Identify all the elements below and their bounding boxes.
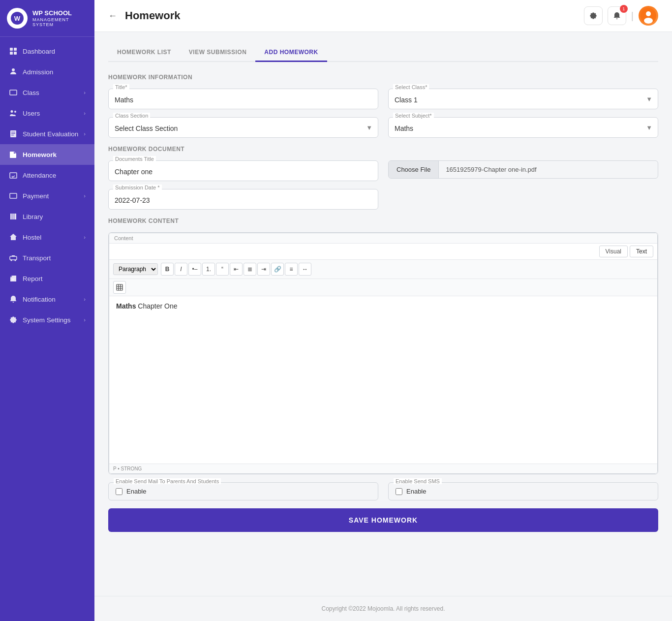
save-homework-button[interactable]: SAVE HOMEWORK: [108, 508, 658, 532]
submission-date-input[interactable]: [108, 189, 378, 210]
sidebar-item-admission-label: Admission: [23, 68, 53, 76]
page-title: Homework: [125, 9, 578, 22]
title-input[interactable]: [108, 89, 378, 109]
sidebar-item-system-settings[interactable]: System Settings ›: [0, 310, 94, 330]
ordered-list-button[interactable]: 1.: [202, 263, 215, 276]
sidebar-item-users-label: Users: [23, 110, 40, 117]
sidebar-item-hostel[interactable]: Hostel ›: [0, 227, 94, 248]
doc-form-row: Documents Title Choose File 1651925979-C…: [108, 160, 658, 181]
hostel-icon: [9, 233, 18, 242]
sidebar: W WP SCHOOL MANAGEMENT SYSTEM Dashboard …: [0, 0, 94, 621]
enable-sms-group: Enable Send SMS Enable: [388, 482, 658, 500]
content-label: Content: [109, 233, 657, 244]
evaluation-icon: [9, 129, 18, 138]
svg-rect-5: [14, 52, 17, 55]
sidebar-item-users[interactable]: Users ›: [0, 103, 94, 124]
sidebar-nav: Dashboard Admission Class › Users ›: [0, 37, 94, 621]
tab-view-submission[interactable]: VIEW SUBMISSION: [180, 44, 256, 62]
title-group: Title*: [108, 89, 378, 109]
enable-mail-checkbox[interactable]: [116, 488, 122, 495]
enable-sms-label: Enable Send SMS: [394, 478, 442, 484]
fullscreen-button[interactable]: ↔: [299, 263, 311, 276]
page-footer: Copyright ©2022 Mojoomla. All rights res…: [94, 596, 672, 621]
content-editor: Content Visual Text Paragraph B I •– 1. …: [108, 232, 658, 474]
form-row-2: Class Section Select Class Section ▼ Sel…: [108, 117, 658, 138]
enable-mail-label: Enable Send Mail To Parents And Students: [114, 478, 221, 484]
editor-text-tab[interactable]: Text: [630, 246, 653, 257]
sidebar-item-report[interactable]: Report: [0, 268, 94, 289]
svg-text:W: W: [14, 15, 21, 22]
sidebar-item-payment[interactable]: Payment ›: [0, 186, 94, 206]
content-editor-body[interactable]: Maths Chapter One: [109, 296, 657, 464]
choose-file-button[interactable]: Choose File: [389, 161, 439, 178]
sidebar-item-dashboard-label: Dashboard: [23, 48, 55, 55]
sidebar-item-evaluation-label: Student Evaluation: [23, 130, 78, 138]
dashboard-icon: [9, 47, 18, 56]
svg-rect-15: [117, 284, 122, 290]
system-settings-arrow-icon: ›: [84, 317, 86, 323]
indent-button[interactable]: ≡: [285, 263, 298, 276]
table-button[interactable]: [113, 281, 126, 294]
sidebar-item-homework-label: Homework: [23, 151, 57, 158]
homework-info-title: HOMEWORK INFORMATION: [108, 74, 658, 81]
class-icon: [9, 88, 18, 97]
svg-rect-2: [10, 48, 13, 51]
main-content: ← Homework 1 |: [94, 0, 672, 621]
user-avatar[interactable]: [639, 6, 658, 26]
admission-icon: [9, 67, 18, 76]
link-button[interactable]: 🔗: [271, 263, 284, 276]
align-center-button[interactable]: ≣: [244, 263, 256, 276]
class-arrow-icon: ›: [84, 90, 86, 95]
select-class-dropdown[interactable]: Class 1: [388, 89, 658, 109]
sidebar-item-notification-label: Notification: [23, 296, 56, 303]
homework-icon: [9, 150, 18, 159]
editor-toolbar: Paragraph B I •– 1. “ ⇤ ≣ ⇥ 🔗 ≡ ↔: [109, 260, 657, 279]
system-settings-icon: [9, 315, 18, 324]
sidebar-item-admission[interactable]: Admission: [0, 62, 94, 82]
sidebar-item-dashboard[interactable]: Dashboard: [0, 41, 94, 62]
report-icon: [9, 274, 18, 283]
doc-title-input[interactable]: [108, 160, 378, 181]
payment-icon: [9, 191, 18, 200]
svg-rect-9: [10, 256, 17, 260]
brand-name: WP SCHOOL: [32, 9, 88, 17]
class-section-label: Class Section: [113, 113, 150, 119]
users-icon: [9, 109, 18, 118]
sidebar-item-class[interactable]: Class ›: [0, 82, 94, 103]
editor-status-bar: P • STRONG: [109, 464, 657, 473]
align-left-button[interactable]: ⇤: [230, 263, 243, 276]
submission-date-label: Submission Date *: [113, 185, 162, 190]
enable-sms-checkbox[interactable]: [396, 488, 402, 495]
svg-rect-6: [10, 90, 17, 95]
settings-button[interactable]: [584, 6, 603, 25]
enable-mail-checkbox-label[interactable]: Enable: [116, 488, 371, 495]
class-section-dropdown[interactable]: Select Class Section: [108, 117, 378, 138]
back-button[interactable]: ←: [108, 11, 117, 21]
blockquote-button[interactable]: “: [216, 263, 229, 276]
payment-arrow-icon: ›: [84, 193, 86, 199]
notifications-button[interactable]: 1: [608, 6, 626, 25]
italic-button[interactable]: I: [175, 263, 187, 276]
doc-title-group: Documents Title: [108, 160, 378, 181]
align-right-button[interactable]: ⇥: [257, 263, 270, 276]
sidebar-item-transport-label: Transport: [23, 254, 51, 262]
editor-visual-tab[interactable]: Visual: [599, 246, 628, 257]
enable-sms-checkbox-label[interactable]: Enable: [396, 488, 651, 495]
sidebar-item-transport[interactable]: Transport: [0, 248, 94, 268]
sidebar-item-notification[interactable]: Notification ›: [0, 289, 94, 310]
submission-date-row: Submission Date *: [108, 189, 658, 210]
unordered-list-button[interactable]: •–: [188, 263, 201, 276]
paragraph-select[interactable]: Paragraph: [113, 263, 158, 275]
users-arrow-icon: ›: [84, 110, 86, 116]
sidebar-item-attendance[interactable]: Attendance: [0, 165, 94, 186]
notification-arrow-icon: ›: [84, 296, 86, 302]
select-subject-dropdown[interactable]: Maths: [388, 117, 658, 138]
sidebar-item-library[interactable]: Library: [0, 206, 94, 227]
bold-button[interactable]: B: [161, 263, 174, 276]
svg-point-14: [644, 18, 653, 24]
tab-add-homework[interactable]: ADD HOMEWORK: [255, 44, 327, 62]
sidebar-item-student-evaluation[interactable]: Student Evaluation ›: [0, 124, 94, 144]
sidebar-item-library-label: Library: [23, 213, 43, 220]
tab-homework-list[interactable]: HOMEWORK LIST: [108, 44, 180, 62]
sidebar-item-homework[interactable]: Homework: [0, 144, 94, 165]
